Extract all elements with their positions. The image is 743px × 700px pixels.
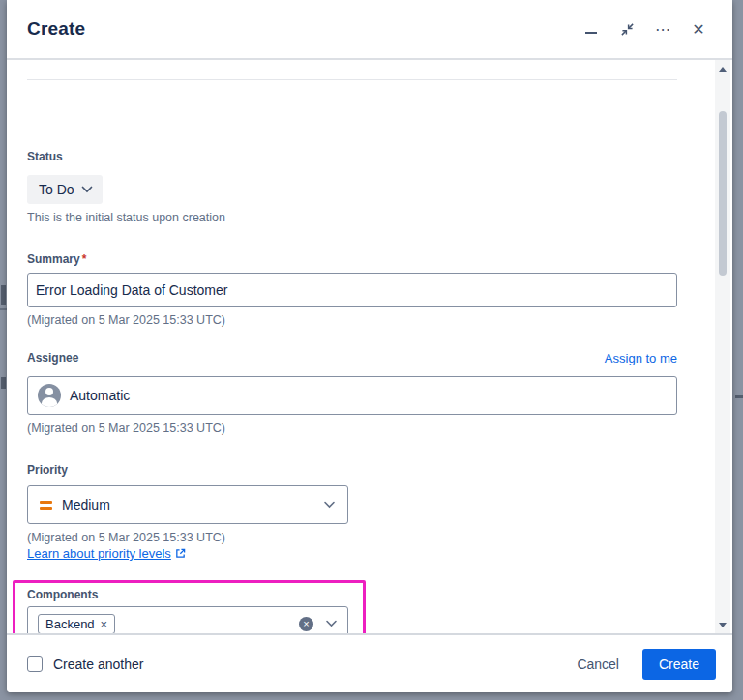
close-icon: ✕ <box>692 20 704 39</box>
collapse-icon <box>620 22 635 37</box>
external-link-icon <box>175 548 186 559</box>
cancel-button[interactable]: Cancel <box>567 649 629 680</box>
status-helper-text: This is the initial status upon creation <box>27 211 225 224</box>
dialog-footer: Create another Cancel Create <box>7 633 732 692</box>
scroll-up-button[interactable] <box>715 62 730 75</box>
create-another-checkbox[interactable] <box>27 656 43 672</box>
minimize-icon <box>585 32 597 34</box>
priority-medium-icon <box>40 501 52 510</box>
chevron-down-icon <box>323 501 336 509</box>
ellipsis-icon: ⋯ <box>655 20 670 39</box>
summary-migrated-note: (Migrated on 5 Mar 2025 15:33 UTC) <box>27 313 225 327</box>
more-options-button[interactable]: ⋯ <box>652 18 673 40</box>
chevron-down-icon[interactable] <box>325 620 338 627</box>
scroll-up-icon <box>719 67 727 72</box>
assignee-value: Automatic <box>70 388 130 403</box>
backdrop-fragment <box>0 308 7 310</box>
window-controls: ⋯ ✕ <box>580 18 732 40</box>
learn-priority-link-text: Learn about priority levels <box>27 546 171 561</box>
status-dropdown[interactable]: To Do <box>27 175 103 204</box>
avatar-icon <box>38 384 61 407</box>
learn-priority-link[interactable]: Learn about priority levels <box>27 546 186 561</box>
components-multiselect[interactable]: Backend × × <box>27 606 348 633</box>
backdrop-fragment <box>1 285 6 305</box>
backdrop-fragment <box>735 395 743 398</box>
components-label: Components <box>27 588 98 601</box>
create-issue-dialog: Create ⋯ ✕ Status To Do This is the init… <box>7 0 732 692</box>
required-asterisk: * <box>82 252 87 266</box>
create-another-label: Create another <box>53 656 143 672</box>
priority-migrated-note: (Migrated on 5 Mar 2025 15:33 UTC) <box>27 531 225 544</box>
component-chip: Backend × <box>38 614 115 634</box>
minimize-button[interactable] <box>580 18 602 40</box>
status-value: To Do <box>39 182 74 197</box>
vertical-scrollbar[interactable] <box>715 60 730 633</box>
clear-all-icon[interactable]: × <box>299 617 313 631</box>
create-button[interactable]: Create <box>642 649 716 680</box>
chevron-down-icon <box>81 186 93 193</box>
assignee-dropdown[interactable]: Automatic <box>27 376 677 415</box>
scrollbar-thumb[interactable] <box>719 111 727 276</box>
scroll-down-button[interactable] <box>715 618 730 631</box>
priority-value: Medium <box>62 497 110 512</box>
screen: { "window": { "title": "Create" }, "icon… <box>0 0 743 700</box>
assignee-migrated-note: (Migrated on 5 Mar 2025 15:33 UTC) <box>27 422 225 435</box>
dialog-header: Create ⋯ ✕ <box>7 0 732 60</box>
form-scroll-area: Status To Do This is the initial status … <box>7 60 732 633</box>
component-chip-text: Backend <box>45 617 95 631</box>
close-button[interactable]: ✕ <box>688 18 709 40</box>
chip-remove-icon[interactable]: × <box>101 617 108 631</box>
summary-label-text: Summary <box>27 252 80 266</box>
priority-dropdown[interactable]: Medium <box>27 485 348 524</box>
summary-input[interactable] <box>27 273 677 307</box>
backdrop-fragment <box>1 377 6 389</box>
exit-fullscreen-button[interactable] <box>616 18 638 40</box>
status-label: Status <box>27 150 63 163</box>
assign-to-me-link[interactable]: Assign to me <box>27 351 677 365</box>
scroll-down-icon <box>719 623 727 627</box>
dialog-title: Create <box>7 18 85 40</box>
priority-label: Priority <box>27 463 68 477</box>
summary-label: Summary* <box>27 252 86 266</box>
section-divider <box>27 79 677 80</box>
priority-learn-row: Learn about priority levels <box>27 546 186 561</box>
